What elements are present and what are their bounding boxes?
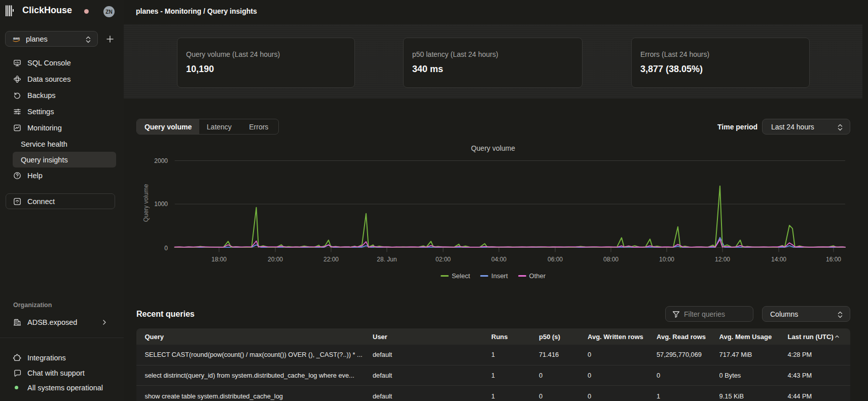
svg-text:aws: aws	[13, 37, 20, 40]
